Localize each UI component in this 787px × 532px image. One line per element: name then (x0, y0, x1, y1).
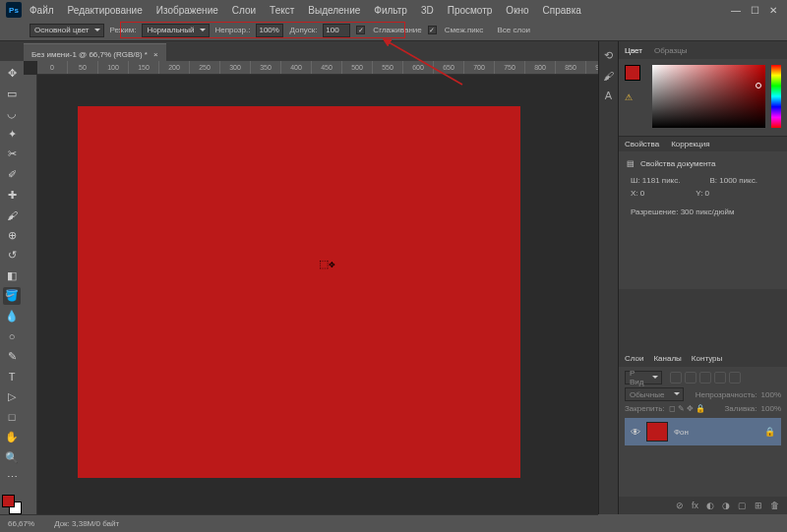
color-swatches[interactable] (2, 495, 22, 514)
heal-tool[interactable]: ✚ (3, 186, 21, 204)
bucket-tool[interactable]: 🪣 (3, 287, 21, 305)
fill-value[interactable]: 100% (761, 404, 781, 413)
brush-tool[interactable]: 🖌 (3, 207, 21, 224)
lock-icon[interactable]: 🔒 (764, 427, 775, 437)
crop-tool[interactable]: ✂ (3, 146, 21, 163)
group-icon[interactable]: ▢ (738, 501, 747, 510)
layer-kind-combo[interactable]: Р Вид (625, 371, 662, 384)
menu-type[interactable]: Текст (270, 5, 294, 16)
main-menu: Файл Редактирование Изображение Слои Тек… (30, 5, 581, 16)
status-bar: 66,67% Док: 3,38M/0 байт (0, 514, 598, 532)
char-panel-icon[interactable]: A (605, 89, 612, 101)
contiguous-label: Смеж.пикс (445, 26, 484, 34)
menu-image[interactable]: Изображение (156, 5, 218, 16)
layer-opacity-label: Непрозрачность: (696, 390, 757, 399)
blend-mode-combo[interactable]: Обычные (625, 387, 684, 401)
edit-toolbar[interactable]: ⋯ (3, 469, 21, 487)
tab-layers[interactable]: Слои (625, 354, 643, 363)
lock-label: Закрепить: (625, 404, 665, 413)
menu-layer[interactable]: Слои (232, 5, 256, 16)
zoom-level[interactable]: 66,67% (8, 519, 34, 528)
eyedropper-tool[interactable]: ✐ (3, 166, 21, 184)
tab-swatches[interactable]: Образцы (654, 46, 688, 55)
opacity-field[interactable]: 100% (256, 24, 283, 37)
move-tool[interactable]: ✥ (3, 65, 21, 83)
menu-filter[interactable]: Фильтр (374, 5, 407, 16)
pen-tool[interactable]: ✎ (3, 348, 21, 366)
mode-combo[interactable]: Нормальный (142, 24, 209, 37)
layers-bottom-bar: ⊘ fx ◐ ◑ ▢ ⊞ 🗑 (619, 497, 787, 514)
lasso-tool[interactable]: ◡ (3, 105, 21, 123)
eraser-tool[interactable]: ◧ (3, 266, 21, 284)
blur-tool[interactable]: 💧 (3, 308, 21, 325)
close-tab-icon[interactable]: × (153, 50, 158, 59)
tab-color[interactable]: Цвет (625, 46, 642, 55)
layer-filter-icons[interactable] (670, 372, 741, 384)
new-layer-icon[interactable]: ⊞ (755, 501, 762, 510)
mask-icon[interactable]: ◐ (706, 501, 714, 510)
history-panel-icon[interactable]: ⟲ (604, 49, 613, 62)
minimize-icon[interactable]: — (731, 5, 741, 16)
layer-opacity-value[interactable]: 100% (761, 390, 781, 399)
tab-adjustments[interactable]: Коррекция (671, 140, 709, 148)
foreground-color-combo[interactable]: Основной цвет (30, 24, 104, 37)
horizontal-ruler[interactable]: 0501001502002503003504004505005506006507… (37, 61, 598, 75)
foreground-swatch[interactable] (2, 495, 15, 507)
resolution-value: Разрешение: 300 пикс/дюйм (631, 207, 734, 216)
path-tool[interactable]: ▷ (3, 388, 21, 406)
color-field[interactable] (652, 65, 765, 128)
menu-window[interactable]: Окно (506, 5, 528, 16)
delete-icon[interactable]: 🗑 (770, 501, 779, 510)
document-icon: ▤ (627, 159, 635, 168)
layer-thumbnail[interactable] (646, 422, 668, 442)
history-brush-tool[interactable]: ↺ (3, 247, 21, 265)
close-icon[interactable]: ✕ (769, 5, 777, 16)
lock-icons[interactable]: ◻ ✎ ✥ 🔒 (669, 404, 706, 413)
fx-icon[interactable]: fx (692, 501, 698, 510)
document-tab-label: Без имени-1 @ 66,7% (RGB/8) * (31, 50, 148, 59)
visibility-icon[interactable]: 👁 (631, 427, 640, 438)
right-panels: Цвет Образцы ⚠ Свойства Коррекция ▤ Свой… (618, 41, 787, 514)
maximize-icon[interactable]: ☐ (751, 5, 759, 16)
marquee-tool[interactable]: ▭ (3, 86, 21, 103)
wand-tool[interactable]: ✦ (3, 126, 21, 144)
properties-panel: ▤ Свойства документа Ш: 1181 пикс. В: 10… (619, 151, 787, 289)
color-panel: ⚠ (619, 59, 787, 136)
menu-help[interactable]: Справка (543, 5, 581, 16)
layer-name[interactable]: Фон (674, 428, 689, 437)
tolerance-field[interactable]: 100 (323, 24, 350, 37)
adjustment-icon[interactable]: ◑ (722, 501, 730, 510)
layer-background[interactable]: 👁 Фон 🔒 (625, 418, 781, 445)
tab-channels[interactable]: Каналы (653, 354, 681, 363)
color-panel-fg[interactable] (625, 65, 640, 81)
all-layers-label: Все слои (497, 26, 530, 34)
menu-select[interactable]: Выделение (308, 5, 360, 16)
hue-slider[interactable] (771, 65, 781, 128)
tab-properties[interactable]: Свойства (625, 140, 659, 148)
link-layers-icon[interactable]: ⊘ (676, 501, 684, 510)
hand-tool[interactable]: ✋ (3, 429, 21, 446)
zoom-tool[interactable]: 🔍 (3, 448, 21, 466)
menu-bar: Ps Файл Редактирование Изображение Слои … (0, 0, 787, 20)
vertical-ruler[interactable] (24, 75, 37, 514)
bucket-cursor-icon: ⬚✥ (319, 258, 335, 270)
stamp-tool[interactable]: ⊕ (3, 226, 21, 244)
tools-panel: ✥ ▭ ◡ ✦ ✂ ✐ ✚ 🖌 ⊕ ↺ ◧ 🪣 💧 ○ ✎ T ▷ □ ✋ 🔍 … (0, 61, 24, 514)
contiguous-checkbox[interactable]: ✓ (428, 26, 437, 34)
opacity-label: Непрозр.: (215, 26, 251, 34)
menu-3d[interactable]: 3D (421, 5, 434, 16)
type-tool[interactable]: T (3, 368, 21, 385)
brushes-panel-icon[interactable]: 🖌 (603, 70, 614, 82)
tab-paths[interactable]: Контуры (692, 354, 722, 363)
doc-info[interactable]: Док: 3,38M/0 байт (54, 519, 119, 528)
document-canvas[interactable] (78, 106, 520, 478)
antialias-checkbox[interactable]: ✓ (356, 26, 365, 34)
menu-view[interactable]: Просмотр (448, 5, 493, 16)
menu-edit[interactable]: Редактирование (68, 5, 143, 16)
app-logo: Ps (6, 2, 22, 18)
gamut-warning-icon[interactable]: ⚠ (625, 92, 646, 102)
menu-file[interactable]: Файл (30, 5, 54, 16)
shape-tool[interactable]: □ (3, 408, 21, 426)
dodge-tool[interactable]: ○ (3, 327, 21, 345)
document-tab[interactable]: Без имени-1 @ 66,7% (RGB/8) * × (24, 43, 166, 61)
